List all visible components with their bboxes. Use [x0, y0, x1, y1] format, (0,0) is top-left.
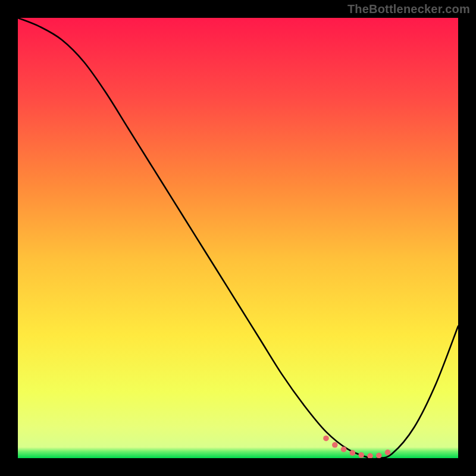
optimal-dot	[358, 452, 364, 458]
optimal-dot	[385, 450, 391, 456]
chart-svg	[18, 18, 458, 458]
optimal-dot	[376, 453, 382, 458]
optimal-dot	[332, 442, 338, 448]
optimal-dot	[341, 446, 347, 452]
plot-area	[18, 18, 458, 458]
optimal-dot	[323, 436, 329, 441]
gradient-background	[18, 18, 458, 458]
optimal-dot	[350, 450, 356, 456]
watermark-label: TheBottlenecker.com	[347, 2, 470, 16]
chart-frame: TheBottlenecker.com	[0, 0, 476, 476]
